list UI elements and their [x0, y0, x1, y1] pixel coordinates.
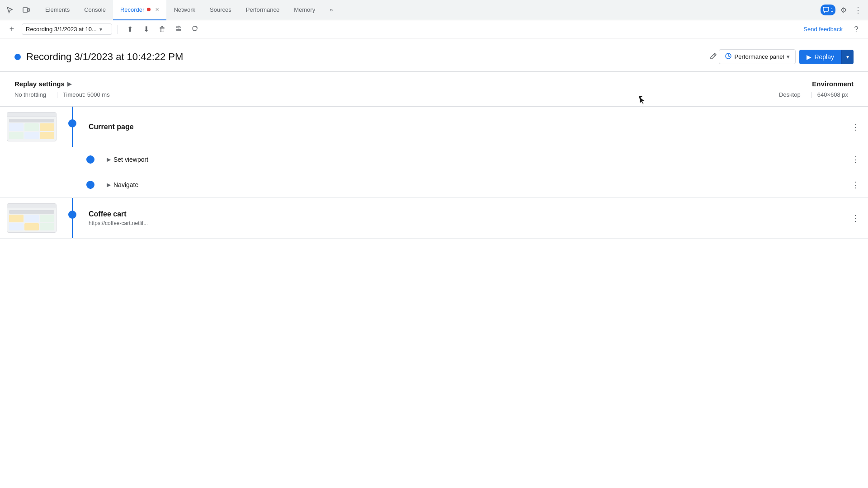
tab-more[interactable]: »	[322, 0, 340, 20]
coffee-cell-2	[24, 215, 39, 222]
coffee-cart-thumbnail-image	[7, 203, 57, 233]
timeline-dot-2	[68, 211, 76, 219]
env-separator	[811, 92, 812, 98]
step-header-coffee-cart: Coffee cart https://coffee-cart.netlif..…	[0, 198, 868, 238]
svg-rect-0	[23, 8, 28, 12]
add-recording-button[interactable]: +	[5, 23, 18, 36]
tab-recorder[interactable]: Recorder ✕	[113, 0, 166, 20]
recording-title: Recording 3/1/2023 at 10:42:22 PM	[26, 51, 704, 63]
step-timeline-2	[63, 198, 81, 238]
tab-bar-icons	[4, 4, 33, 16]
step-over-button[interactable]	[172, 23, 185, 36]
replay-settings-label: Replay settings	[14, 80, 65, 88]
perf-panel-label: Performance panel	[735, 53, 784, 60]
settings-right: Environment Desktop 640×608 px	[779, 80, 854, 98]
step-more-button-coffee-cart[interactable]: ⋮	[846, 198, 864, 238]
tab-performance[interactable]: Performance	[239, 0, 287, 20]
sub-dot-navigate	[86, 181, 94, 189]
import-recording-button[interactable]: ⬇	[140, 23, 152, 36]
environment-details: Desktop 640×608 px	[779, 91, 854, 98]
tab-more-label: »	[330, 6, 333, 13]
env-resolution-value: 640×608 px	[817, 91, 854, 98]
tab-recorder-label: Recorder	[120, 6, 144, 13]
step-thumbnail-coffee-cart	[0, 198, 63, 238]
viewport-expand-icon[interactable]: ▶	[107, 156, 111, 163]
thumb-cell-1	[9, 123, 24, 131]
tab-elements-label: Elements	[45, 6, 70, 13]
tab-memory[interactable]: Memory	[287, 0, 322, 20]
sub-content-viewport: ▶ Set viewport	[99, 150, 846, 169]
tab-console-label: Console	[84, 6, 106, 13]
thumb-grid	[9, 123, 54, 139]
recorder-active-dot	[147, 8, 151, 11]
replay-settings-title[interactable]: Replay settings ▶	[14, 80, 779, 88]
more-options-icon[interactable]: ⋮	[852, 4, 864, 16]
recording-selector-chevron-icon: ▾	[99, 26, 102, 33]
settings-details: No throttling Timeout: 5000 ms	[14, 91, 779, 98]
replay-dropdown-button[interactable]: ▾	[841, 50, 854, 64]
toggle-device-toolbar-icon[interactable]	[20, 4, 33, 16]
environment-title: Environment	[779, 80, 854, 88]
performance-panel-button[interactable]: Performance panel ▾	[719, 49, 796, 64]
coffee-cell-1	[9, 215, 24, 222]
step-timeline-1	[63, 107, 81, 147]
svg-rect-1	[28, 9, 29, 11]
chat-badge[interactable]: 1	[821, 5, 835, 15]
tab-network-label: Network	[174, 6, 195, 13]
thumbnail-image	[7, 112, 57, 141]
navigate-expand-icon[interactable]: ▶	[107, 182, 111, 188]
coffee-cart-url: https://coffee-cart.netlif...	[89, 220, 846, 226]
thumb-body	[7, 117, 56, 141]
help-button[interactable]: ?	[850, 23, 863, 36]
gear-icon[interactable]: ⚙	[837, 4, 850, 16]
sub-step-navigate: ▶ Navigate ⋮	[81, 172, 868, 197]
tab-recorder-close[interactable]: ✕	[155, 7, 159, 13]
thumb-cell-2	[24, 123, 39, 131]
recorder-toolbar: + Recording 3/1/2023 at 10... ▾ ⬆ ⬇ 🗑	[0, 20, 868, 38]
delete-recording-button[interactable]: 🗑	[156, 23, 169, 36]
replay-dropdown-arrow-icon: ▾	[846, 54, 849, 60]
perf-panel-dropdown-icon: ▾	[787, 53, 790, 60]
thumb-cell-6	[40, 132, 54, 140]
step-more-button-current-page[interactable]: ⋮	[846, 107, 864, 147]
sub-dot-viewport	[86, 155, 94, 164]
step-content-coffee-cart: Coffee cart https://coffee-cart.netlif..…	[81, 198, 846, 238]
step-over-icon	[175, 25, 182, 34]
thumb-cell-4	[9, 132, 24, 140]
delete-icon: 🗑	[159, 25, 166, 33]
settings-separator	[57, 92, 57, 98]
navigate-more-button[interactable]: ⋮	[846, 180, 864, 190]
export-recording-button[interactable]: ⬆	[123, 23, 136, 36]
step-group-current-page: Current page ⋮ ▶ Set viewport ⋮	[0, 107, 868, 198]
thumb-row-1	[9, 119, 54, 122]
steps-section: Current page ⋮ ▶ Set viewport ⋮	[0, 107, 868, 239]
tab-bar: Elements Console Recorder ✕ Network Sour…	[0, 0, 868, 20]
tab-sources[interactable]: Sources	[203, 0, 239, 20]
inspect-icon[interactable]	[4, 4, 16, 16]
coffee-cell-3	[40, 215, 54, 222]
replay-label: Replay	[814, 53, 834, 61]
recording-actions: Performance panel ▾ ▶ Replay ▾	[719, 49, 854, 64]
chat-count: 1	[830, 8, 833, 13]
step-content-current-page: Current page	[81, 107, 846, 147]
recording-selector[interactable]: Recording 3/1/2023 at 10... ▾	[22, 23, 112, 35]
replay-button[interactable]: ▶ Replay	[799, 50, 841, 64]
tab-memory-label: Memory	[294, 6, 315, 13]
toolbar-divider-1	[118, 25, 118, 34]
replay-settings-button[interactable]	[189, 23, 201, 36]
coffee-cell-5	[24, 223, 39, 231]
edit-recording-title-button[interactable]	[708, 51, 719, 63]
tab-network[interactable]: Network	[166, 0, 203, 20]
coffee-thumb-row	[9, 210, 54, 214]
send-feedback-button[interactable]: Send feedback	[800, 24, 846, 34]
timeline-dot-1	[68, 119, 76, 127]
viewport-more-button[interactable]: ⋮	[846, 155, 864, 164]
tab-sources-label: Sources	[210, 6, 231, 13]
svg-rect-2	[823, 7, 829, 11]
thumb-header	[7, 113, 56, 117]
tab-elements[interactable]: Elements	[38, 0, 77, 20]
tab-console[interactable]: Console	[77, 0, 113, 20]
sub-steps-current-page: ▶ Set viewport ⋮ ▶ Navigate ⋮	[81, 147, 868, 197]
recording-header: Recording 3/1/2023 at 10:42:22 PM Perfor…	[0, 38, 868, 72]
replay-play-icon: ▶	[807, 53, 811, 61]
